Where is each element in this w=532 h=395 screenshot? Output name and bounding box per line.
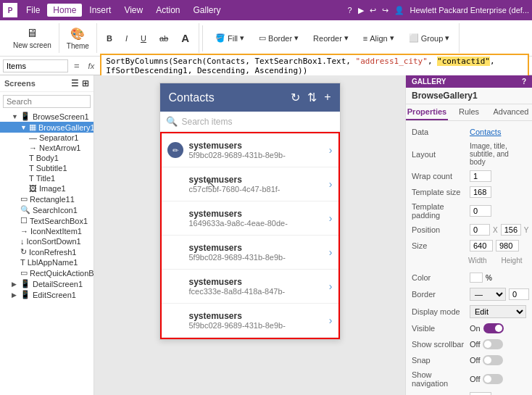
gallery-item-subtitle-1: c57cf5bf-7680-4c47-b81f- <box>189 185 329 194</box>
tree-item-browse-gallery[interactable]: ▼ ▦ BrowseGallery1 <box>0 122 93 133</box>
size-label: Size <box>412 241 470 250</box>
border-button[interactable]: ▭Border▾ <box>254 31 304 45</box>
size-width-input[interactable] <box>470 240 493 251</box>
new-screen-button[interactable]: 🖥 New screen <box>10 25 54 51</box>
tree-item-subtitle[interactable]: T Subtitle1 <box>0 163 93 173</box>
tree-item-detailscreen[interactable]: ▶ 📱 DetailScreen1 <box>0 278 93 289</box>
tree-item-rectquick[interactable]: ▭ RectQuickActionBar1 <box>0 267 93 278</box>
color-swatch[interactable] <box>470 273 483 283</box>
size-height-input[interactable] <box>496 240 519 251</box>
menu-view[interactable]: View <box>118 4 149 17</box>
group-button[interactable]: ⬜Group▾ <box>404 31 455 45</box>
visible-label: Visible <box>412 324 470 333</box>
position-xy-row: X Y <box>470 224 528 236</box>
menu-insert[interactable]: Insert <box>83 4 117 17</box>
border-style-select[interactable]: — <box>470 288 506 301</box>
formula-part-3: , <box>428 57 437 66</box>
gallery-item-1[interactable]: systemusers c57cf5bf-7680-4c47-b81f- › <box>162 167 338 201</box>
position-x-input[interactable] <box>470 224 490 236</box>
font-size-button[interactable]: A <box>176 30 194 46</box>
tree-item-image[interactable]: 🖼 Image1 <box>0 183 93 194</box>
theme-button[interactable]: 🎨 Theme <box>64 25 92 51</box>
snap-toggle-off[interactable] <box>483 355 503 365</box>
gallery-item-3[interactable]: systemusers 5f9bc028-9689-431b-8e9b- › <box>162 236 338 270</box>
gallery-item-content-1: systemusers c57cf5bf-7680-4c47-b81f- <box>189 175 329 194</box>
strikethrough-button[interactable]: ab <box>154 32 173 45</box>
nav-step-input[interactable] <box>470 392 491 395</box>
tree-item-textsearch[interactable]: ☐ TextSearchBox1 <box>0 215 93 226</box>
refresh-header-icon[interactable]: ↻ <box>291 91 300 104</box>
tree-item-rectangle[interactable]: ▭ Rectangle11 <box>0 194 93 204</box>
list-view-icon[interactable]: ☰ <box>71 78 79 88</box>
prop-data: Data Contacts <box>406 124 532 140</box>
tab-rules[interactable]: Rules <box>448 104 490 120</box>
grid-view-icon[interactable]: ⊞ <box>82 78 89 88</box>
gallery-item-title-3: systemusers <box>189 243 329 253</box>
tree-item-iconnextitem[interactable]: → IconNextItem1 <box>0 226 93 236</box>
gallery-item-4[interactable]: systemusers fcec333e-8a8d-418a-847b- › <box>162 270 338 304</box>
bold-button[interactable]: B <box>101 32 117 45</box>
gallery-item-5[interactable]: systemusers 5f9bc028-9689-431b-8e9b- › <box>162 304 338 338</box>
tree-item-iconrefresh[interactable]: ↻ IconRefresh1 <box>0 246 93 257</box>
visible-toggle-on[interactable] <box>483 323 504 333</box>
display-mode-select[interactable]: Edit <box>470 305 526 318</box>
gallery-item-subtitle-0: 5f9bc028-9689-431b-8e9b- <box>189 151 329 159</box>
right-help-icon[interactable]: ? <box>522 78 526 86</box>
data-value[interactable]: Contacts <box>470 128 526 136</box>
gallery-item-2[interactable]: systemusers 1649633a-9a8c-4eae-80de- › <box>162 201 338 236</box>
underline-button[interactable]: U <box>136 32 151 45</box>
width-label: Width <box>468 257 487 265</box>
tree-search-input[interactable] <box>3 95 91 108</box>
menu-gallery[interactable]: Gallery <box>188 4 227 17</box>
tenant-label: Hewlett Packard Enterprise (def... <box>410 6 529 14</box>
ribbon-divider-1 <box>202 25 203 51</box>
add-header-icon[interactable]: + <box>324 91 331 104</box>
gallery-item-0[interactable]: ✏ systemusers 5f9bc028-9689-431b-8e9b- › <box>162 133 338 167</box>
tree-item-nextarrow[interactable]: → NextArrow1 <box>0 143 93 153</box>
gallery-item-content-4: systemusers fcec333e-8a8d-418a-847b- <box>189 277 329 296</box>
sort-header-icon[interactable]: ⇅ <box>307 91 317 104</box>
align-button[interactable]: ≡Align▾ <box>358 31 399 45</box>
prop-show-nav: Show navigation Off <box>406 368 532 390</box>
wrap-count-input[interactable] <box>470 170 491 182</box>
formula-content[interactable]: SortByColumns(Search(Contacts, TextSearc… <box>100 54 529 78</box>
user-icon[interactable]: 👤 <box>394 6 404 15</box>
scrollbar-toggle-off[interactable] <box>483 339 503 349</box>
reorder-button[interactable]: Reorder▾ <box>308 31 354 45</box>
tree-item-separator[interactable]: — Separator1 <box>0 133 93 143</box>
tree-item-editscreen[interactable]: ▶ 📱 EditScreen1 <box>0 289 93 300</box>
template-padding-input[interactable] <box>470 205 491 217</box>
italic-button[interactable]: I <box>120 32 133 45</box>
tree-item-browse-screen[interactable]: ▼ 📱 BrowseScreen1 <box>0 111 93 122</box>
template-size-input[interactable] <box>470 186 491 198</box>
scrollbar-text: Off <box>470 340 480 349</box>
menu-action[interactable]: Action <box>150 4 186 17</box>
edit-screen-icon: 📱 <box>20 290 30 299</box>
formula-fx[interactable]: fx <box>86 62 98 70</box>
tree-item-lblappname[interactable]: T LblAppName1 <box>0 257 93 267</box>
redo-icon[interactable]: ↪ <box>382 6 388 15</box>
menu-home[interactable]: Home <box>47 4 82 17</box>
formula-part-1: SortByColumns(Search(Contacts, TextSearc… <box>106 57 355 66</box>
tree-item-title[interactable]: T Title1 <box>0 173 93 183</box>
prop-wrap-count: Wrap count <box>406 168 532 184</box>
position-y-input[interactable] <box>501 224 521 236</box>
tree-item-iconsortdown[interactable]: ↓ IconSortDown1 <box>0 236 93 246</box>
body-icon: T <box>29 154 34 162</box>
tree-item-body[interactable]: T Body1 <box>0 153 93 163</box>
play-icon[interactable]: ▶ <box>358 6 364 15</box>
tree-item-searchicon[interactable]: 🔍 SearchIcon1 <box>0 204 93 215</box>
formula-box-input[interactable] <box>3 59 68 72</box>
tab-advanced[interactable]: Advanced <box>490 104 532 120</box>
help-icon[interactable]: ? <box>347 6 352 14</box>
show-nav-toggle-off[interactable] <box>483 374 503 384</box>
sortdown-icon: ↓ <box>20 237 25 246</box>
tab-properties[interactable]: Properties <box>406 104 448 120</box>
border-size-input[interactable] <box>509 288 529 300</box>
menu-file[interactable]: File <box>20 4 46 17</box>
undo-icon[interactable]: ↩ <box>370 6 376 15</box>
snap-toggle-dot <box>484 357 491 364</box>
prop-template-size: Template size <box>406 184 532 200</box>
fill-button[interactable]: 🪣Fill▾ <box>210 31 249 45</box>
scrollbar-toggle-dot <box>484 341 491 348</box>
